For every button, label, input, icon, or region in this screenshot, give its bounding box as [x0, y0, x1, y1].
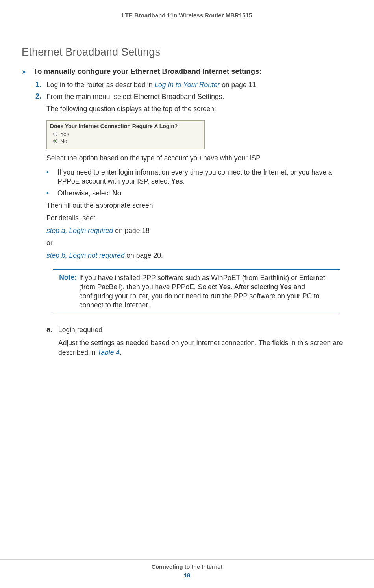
- note-bold2: Yes: [280, 283, 292, 291]
- step-number: 1.: [35, 80, 46, 90]
- document-header: LTE Broadband 11n Wireless Router MBR151…: [22, 12, 352, 19]
- step-a-post: on page 18: [113, 227, 149, 234]
- lettered-title: Login required: [58, 326, 102, 335]
- radio-unchecked-icon: [53, 132, 57, 136]
- question-intro: The following question displays at the t…: [46, 104, 352, 114]
- radio-no-label: No: [60, 138, 67, 144]
- procedure-title: To manually configure your Ethernet Broa…: [33, 67, 261, 76]
- step-body: From the main menu, select Ethernet Broa…: [46, 92, 224, 102]
- step-a-link[interactable]: step a, Login required: [46, 227, 113, 234]
- ref-step-b: step b, Login not required on page 20.: [46, 251, 352, 261]
- login-router-link[interactable]: Log In to Your Router: [154, 81, 220, 89]
- bullet-post: .: [121, 189, 123, 197]
- ref-step-a: step a, Login required on page 18: [46, 226, 352, 236]
- bullet-bold: No: [112, 189, 121, 197]
- or-text: or: [46, 238, 352, 248]
- bullet-icon: •: [46, 168, 57, 186]
- bullet-bold: Yes: [171, 177, 183, 185]
- lettered-mark: a.: [46, 326, 58, 335]
- bullet-no: • Otherwise, select No.: [46, 189, 352, 198]
- note-label: Note:: [53, 274, 79, 310]
- step-b-post: on page 20.: [124, 251, 163, 259]
- question-title: Does Your Internet Connection Require A …: [50, 123, 201, 129]
- step-2: 2. From the main menu, select Ethernet B…: [35, 92, 352, 102]
- step-body: Log in to the router as described in Log…: [46, 80, 258, 90]
- table-4-link[interactable]: Table 4: [97, 348, 120, 356]
- step-a-description: Adjust the settings as needed based on y…: [58, 339, 352, 357]
- footer-chapter: Connecting to the Internet: [0, 564, 374, 570]
- step-b-link[interactable]: step b, Login not required: [46, 251, 124, 259]
- bullet-text: Otherwise, select: [57, 189, 112, 197]
- login-question-screenshot: Does Your Internet Connection Require A …: [46, 120, 205, 149]
- bullet-body: If you need to enter login information e…: [57, 168, 352, 186]
- procedure-steps: 1. Log in to the router as described in …: [35, 80, 352, 101]
- radio-checked-icon: [53, 139, 57, 143]
- step-text: Log in to the router as described in: [46, 81, 154, 89]
- fill-out-text: Then fill out the appropriate screen.: [46, 201, 352, 210]
- bullet-post: .: [183, 177, 185, 185]
- page-footer: Connecting to the Internet 18: [0, 559, 374, 579]
- section-heading: Ethernet Broadband Settings: [22, 46, 352, 58]
- radio-no[interactable]: No: [53, 138, 201, 144]
- bullet-icon: •: [46, 189, 57, 198]
- lettered-steps: a. Login required: [46, 326, 352, 335]
- step-text-post: on page 11.: [220, 81, 258, 89]
- note-body: If you have installed PPP software such …: [79, 274, 333, 310]
- bullet-text: If you need to enter login information e…: [57, 168, 332, 186]
- note-bold1: Yes: [219, 283, 231, 291]
- select-option-text: Select the option based on the type of a…: [46, 154, 352, 163]
- procedure-arrow-icon: ➤: [22, 69, 29, 75]
- note-mid: . After selecting: [231, 283, 280, 291]
- option-bullets: • If you need to enter login information…: [46, 168, 352, 198]
- step-a-item: a. Login required: [46, 326, 352, 335]
- bullet-yes: • If you need to enter login information…: [46, 168, 352, 186]
- footer-page-number: 18: [0, 572, 374, 579]
- step-1: 1. Log in to the router as described in …: [35, 80, 352, 90]
- note-block: Note: If you have installed PPP software…: [53, 269, 340, 314]
- radio-yes-label: Yes: [60, 131, 69, 137]
- details-see-text: For details, see:: [46, 214, 352, 223]
- step-a-sub-post: .: [120, 348, 122, 356]
- bullet-body: Otherwise, select No.: [57, 189, 123, 198]
- radio-yes[interactable]: Yes: [53, 131, 201, 137]
- step-number: 2.: [35, 92, 46, 102]
